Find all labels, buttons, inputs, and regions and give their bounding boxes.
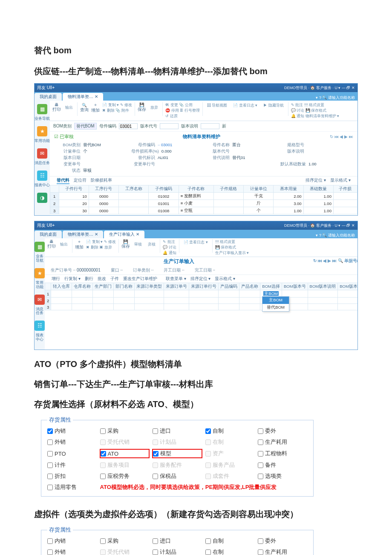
navview-button[interactable]: ☷ 导航视图 [205, 102, 229, 109]
restore-button[interactable]: ↺ 还原 [165, 114, 178, 118]
tab-bom-info[interactable]: 物料清单资… ✕ [63, 231, 103, 238]
chk-zizhi[interactable]: 自制 [205, 427, 255, 435]
chk-moxing[interactable]: 模型 [153, 449, 202, 458]
sidebar-icon-fav[interactable]: ★ [37, 126, 47, 136]
attach-button[interactable]: 📎 附件 [115, 108, 129, 113]
chk-caigou[interactable]: 采购 [100, 427, 150, 435]
tab-bom-info[interactable]: 物料清单资… ✕ [63, 93, 103, 101]
sort-button[interactable]: 排序定位 ▾ [306, 177, 326, 184]
parent-code-input[interactable] [119, 123, 138, 129]
order-row-btn[interactable]: 排序定位 ▾ [190, 276, 211, 282]
save-button[interactable]: 💾保存 [138, 102, 146, 113]
chk-shengchanhaoyong[interactable]: 生产耗用 [258, 438, 307, 446]
chk-pto[interactable]: PTO [47, 449, 97, 458]
chk-zichan: 资产 [205, 449, 255, 458]
chk-yingshuilaowu[interactable]: 应税劳务 [100, 472, 150, 480]
chk-shoutuo: 受托代销 [100, 548, 150, 555]
order-row-btn[interactable]: 删行 [85, 276, 93, 282]
tab-desktop[interactable]: 我的桌面 [35, 93, 62, 101]
disable-button[interactable]: ⛔ 停用 [165, 108, 179, 113]
sidebar-icon-fav[interactable]: ★ [35, 268, 45, 278]
tab-alt[interactable]: 替代料 [57, 177, 69, 184]
format-button[interactable]: ▤ 格式设置 [304, 103, 325, 107]
chk-waixiao[interactable]: 外销 [47, 548, 97, 555]
chk-weiwei[interactable]: 委外 [258, 427, 307, 435]
change-button[interactable]: 🛠 变更 [165, 103, 178, 107]
review-button[interactable]: 审核 [133, 241, 144, 248]
heading-path-1: 供应链---生产制造---物料清单---物料清单维护---添加替代 bom [34, 66, 358, 77]
sidebar-icon-report[interactable]: ☷ [37, 171, 47, 181]
chk-zizhi[interactable]: 自制 [205, 537, 255, 545]
chk-waixiao[interactable]: 外销 [47, 438, 97, 446]
chk-zhekou[interactable]: 折扣 [47, 472, 97, 480]
bom-type-pill[interactable]: 替代BOM [74, 123, 97, 130]
desc-input[interactable] [201, 123, 219, 129]
maint-button[interactable]: 物料清单资料维护 ▾ [306, 114, 340, 118]
approve-button[interactable]: ✎ 批注 [291, 103, 303, 107]
tab-tiered-loss[interactable]: 阶梯损耗率 [91, 177, 112, 184]
abandon-button[interactable]: 弃核 [146, 241, 157, 248]
display-format-button[interactable]: 显示格式 ▾ [330, 177, 351, 184]
sidebar-icon-nav[interactable]: ▦ [37, 104, 47, 114]
output-button[interactable]: 输出 [58, 241, 69, 248]
chk-shiyonglingshou[interactable]: 适用零售 [47, 483, 97, 491]
sidebar-icon-msg[interactable]: ✉ [35, 295, 45, 305]
chk-jinkou[interactable]: 进口 [153, 537, 202, 545]
tab-order-input[interactable]: 生产订单输入 ✕ [104, 231, 144, 238]
order-row-btn[interactable]: 显示格式 ▾ [215, 276, 235, 282]
record-nav[interactable]: ↻ ⏮ ◀ ▶ ⏭ [330, 134, 353, 139]
print-button[interactable]: 🖶打印 [47, 239, 56, 249]
chk-ato[interactable]: ATO [100, 449, 150, 458]
public-button[interactable]: 📎 公用 [179, 103, 193, 107]
search-box[interactable]: ▾ ? 🔍 请输入功能名称 [313, 233, 357, 238]
viewlog-button[interactable]: 📄 查看日志 ▾ [231, 102, 259, 109]
chk-shengchanhaoyong[interactable]: 生产耗用 [258, 548, 307, 555]
chk-gongchengwuliao[interactable]: 工程物料 [258, 449, 307, 458]
search-box[interactable]: ▾ ? 🔍 请输入功能名称 [313, 95, 357, 101]
chk-jinkou[interactable]: 进口 [153, 427, 202, 435]
ver-input[interactable] [160, 123, 179, 129]
viewlog-button[interactable]: 📄 查看日志 ▾ [182, 239, 210, 246]
add-button[interactable]: ＋增加 [75, 239, 84, 250]
sidebar-icon-more[interactable]: ◑ [37, 193, 47, 203]
add-button[interactable]: ＋增加 [91, 102, 100, 113]
save-button[interactable]: 💾保存 [121, 239, 130, 249]
chk-caigou[interactable]: 采购 [100, 537, 150, 545]
order-row-btn[interactable]: 增行 [52, 276, 60, 282]
new-button[interactable]: 新 [222, 123, 226, 129]
sidebar-icon-msg[interactable]: ✉ [37, 148, 47, 159]
output-button[interactable]: 输出 [63, 104, 75, 111]
chk-neixiao[interactable]: 内销 [47, 537, 97, 545]
modify-button[interactable]: ✎ 修改 [120, 103, 133, 107]
del-button[interactable]: ✖ 删除 [102, 108, 115, 113]
chk-jijian[interactable]: 计件 [47, 461, 97, 469]
attr-legend: 存货属性 [47, 526, 73, 534]
notify-button[interactable]: 🔔 通知 [291, 114, 305, 118]
reorder-button[interactable]: ≣ 行号整理 [180, 108, 200, 113]
tab-desktop[interactable]: 我的桌面 [35, 231, 62, 238]
tab-locator[interactable]: 定位符 [74, 177, 86, 184]
print-button[interactable]: 🖶打印 [52, 102, 61, 113]
cancel-button[interactable]: 放弃 [149, 104, 160, 111]
hidenav-button[interactable]: ▶ 隐藏导航 [262, 102, 285, 109]
order-row-btn[interactable]: 重改生产订单维护 [123, 276, 157, 282]
chk-neixiao[interactable]: 内销 [47, 427, 97, 435]
order-row-btn[interactable]: 子件 [110, 276, 119, 282]
sidebar-icon-report[interactable]: ☷ [35, 321, 45, 331]
savefmt-button[interactable]: 💾 保存格式 [306, 108, 327, 113]
inventory-attr-fieldset-2: 存货属性 内销 采购 进口 自制 委外 外销 受托代销 计划品 在制 生产耗用 … [41, 526, 314, 555]
sidebar-icon-nav[interactable]: ▦ [35, 242, 45, 252]
copy-button[interactable]: 📄 复制 ▾ [102, 103, 119, 107]
chk-baoshuipin[interactable]: 保税品 [153, 472, 202, 480]
chk-xuanxianglei[interactable]: 选项类 [258, 472, 307, 480]
chk-zaizhi[interactable]: 在制 [205, 548, 255, 555]
query-button[interactable]: 🔍查询 [80, 103, 89, 113]
order-row-btn[interactable]: 批改 [98, 276, 106, 282]
brand: 用友 U8+ [37, 85, 55, 91]
chk-jihuapin[interactable]: 计划品 [153, 548, 202, 555]
chk-weiwei[interactable]: 委外 [258, 537, 307, 545]
order-row-btn[interactable]: 联查菜单 ▾ [166, 276, 186, 282]
chk-beijian[interactable]: 备件 [258, 461, 307, 469]
talk-button[interactable]: 💬 讨论 [291, 108, 305, 113]
order-row-btn[interactable]: 行复制 ▾ [64, 276, 81, 282]
